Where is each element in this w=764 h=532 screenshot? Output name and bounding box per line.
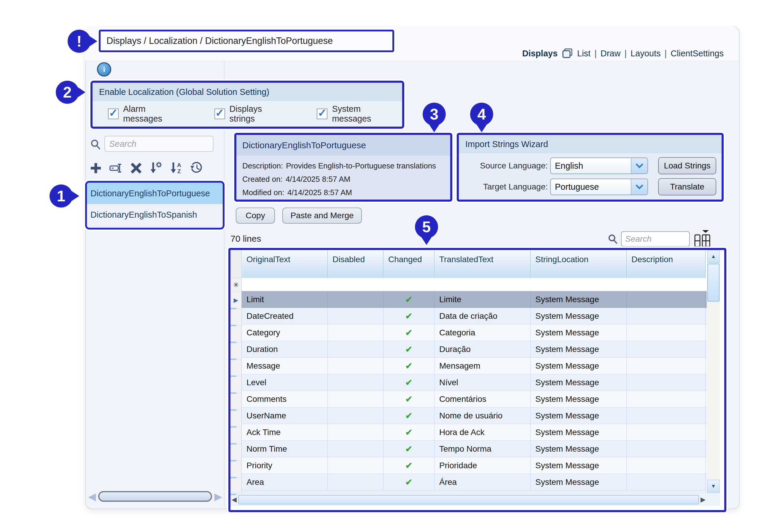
- cell-description[interactable]: [627, 374, 705, 391]
- cell-description[interactable]: [627, 308, 705, 324]
- grid-horizontal-scrollbar[interactable]: ◀ ▶: [231, 493, 707, 506]
- cell-translatedtext[interactable]: Data de criação: [435, 308, 531, 324]
- sidebar-item-dictionaryenglishtospanish[interactable]: DictionaryEnglishToSpanish: [87, 204, 223, 225]
- cell-stringlocation[interactable]: System Message: [531, 324, 627, 341]
- sort-config-icon[interactable]: [149, 161, 163, 175]
- scroll-right-icon[interactable]: ▶: [700, 496, 705, 503]
- nav-link-clientsettings[interactable]: ClientSettings: [670, 49, 724, 59]
- grid-new-row[interactable]: [242, 278, 707, 291]
- table-row[interactable]: Priority✔PrioridadeSystem Message: [242, 457, 707, 474]
- cell-disabled[interactable]: [328, 358, 383, 374]
- row-header[interactable]: [231, 342, 242, 359]
- row-header[interactable]: [231, 444, 242, 461]
- cell-stringlocation[interactable]: System Message: [531, 408, 627, 424]
- cell-disabled[interactable]: [328, 441, 383, 457]
- scroll-left-icon[interactable]: ◀: [232, 496, 237, 503]
- column-header-disabled[interactable]: Disabled: [328, 250, 383, 278]
- target-language-dropdown[interactable]: Portuguese: [550, 179, 648, 195]
- row-header[interactable]: [231, 359, 242, 376]
- load-strings-button[interactable]: Load Strings: [658, 157, 716, 174]
- grid-vertical-scrollbar[interactable]: ▲ ▼: [707, 250, 720, 493]
- info-icon[interactable]: i: [97, 62, 111, 77]
- cell-translatedtext[interactable]: Limite: [435, 291, 531, 307]
- cell-disabled[interactable]: [328, 424, 383, 441]
- cell-translatedtext[interactable]: Hora de Ack: [435, 424, 531, 441]
- scroll-up-icon[interactable]: ▲: [707, 250, 719, 263]
- row-header[interactable]: [231, 326, 242, 342]
- cell-originaltext[interactable]: Duration: [242, 341, 328, 357]
- cell-disabled[interactable]: [328, 374, 383, 391]
- table-row[interactable]: Message✔MensagemSystem Message: [242, 358, 707, 374]
- cell-description[interactable]: [627, 358, 705, 374]
- cell-translatedtext[interactable]: Categoria: [435, 324, 531, 341]
- cell-description[interactable]: [627, 391, 705, 407]
- cell-description[interactable]: [627, 291, 705, 307]
- cell-changed[interactable]: ✔: [383, 391, 435, 407]
- translate-button[interactable]: Translate: [658, 178, 716, 195]
- cell-originaltext[interactable]: DateCreated: [242, 308, 328, 324]
- scrollbar-thumb[interactable]: [707, 264, 719, 301]
- cell-originaltext[interactable]: Comments: [242, 391, 328, 407]
- cell-disabled[interactable]: [328, 308, 383, 324]
- cell-changed[interactable]: ✔: [383, 408, 435, 424]
- cell-originaltext[interactable]: Limit: [242, 291, 328, 307]
- copy-button[interactable]: Copy: [236, 208, 275, 224]
- sort-az-icon[interactable]: A Z: [170, 161, 183, 175]
- nav-link-draw[interactable]: Draw: [601, 49, 621, 59]
- nav-link-list[interactable]: List: [577, 49, 591, 59]
- cell-description[interactable]: [627, 424, 705, 441]
- cell-changed[interactable]: ✔: [383, 374, 435, 391]
- row-header[interactable]: [231, 410, 242, 427]
- cell-changed[interactable]: ✔: [383, 308, 435, 324]
- cell-stringlocation[interactable]: System Message: [531, 391, 627, 407]
- cell-translatedtext[interactable]: Tempo Norma: [435, 441, 531, 457]
- column-header-stringlocation[interactable]: StringLocation: [531, 250, 627, 278]
- cell-description[interactable]: [627, 324, 705, 341]
- cell-originaltext[interactable]: Level: [242, 374, 328, 391]
- cell-stringlocation[interactable]: System Message: [531, 358, 627, 374]
- checkbox-box[interactable]: ✓: [108, 108, 119, 119]
- cell-changed[interactable]: ✔: [383, 324, 435, 341]
- table-row[interactable]: Area✔ÁreaSystem Message: [242, 474, 707, 490]
- table-row[interactable]: Norm Time✔Tempo NormaSystem Message: [242, 441, 707, 457]
- scroll-left-icon[interactable]: ◀: [88, 491, 96, 501]
- cell-disabled[interactable]: [328, 457, 383, 473]
- cell-translatedtext[interactable]: Área: [435, 474, 531, 490]
- cell-stringlocation[interactable]: System Message: [531, 474, 627, 490]
- checkbox-displays-strings[interactable]: ✓Displays strings: [214, 104, 290, 124]
- row-header[interactable]: [231, 393, 242, 410]
- column-header-translatedtext[interactable]: TranslatedText: [435, 250, 531, 278]
- cell-description[interactable]: [627, 441, 705, 457]
- cell-changed[interactable]: ✔: [383, 474, 435, 490]
- nav-section-displays[interactable]: Displays: [522, 49, 558, 59]
- column-header-changed[interactable]: Changed: [383, 250, 435, 278]
- cell-originaltext[interactable]: Category: [242, 324, 328, 341]
- cell-changed[interactable]: ✔: [383, 457, 435, 473]
- column-chooser-icon[interactable]: [693, 229, 711, 249]
- cell-disabled[interactable]: [328, 474, 383, 490]
- table-row[interactable]: Ack Time✔Hora de AckSystem Message: [242, 424, 707, 441]
- table-row[interactable]: Comments✔ComentáriosSystem Message: [242, 391, 707, 408]
- cell-stringlocation[interactable]: System Message: [531, 441, 627, 457]
- nav-link-layouts[interactable]: Layouts: [631, 49, 661, 59]
- cell-translatedtext[interactable]: Comentários: [435, 391, 531, 407]
- cell-description[interactable]: [627, 457, 705, 473]
- row-header[interactable]: ▶: [231, 292, 242, 309]
- cell-changed[interactable]: ✔: [383, 291, 435, 307]
- table-row[interactable]: DateCreated✔Data de criaçãoSystem Messag…: [242, 308, 707, 324]
- cell-stringlocation[interactable]: System Message: [531, 374, 627, 391]
- row-header[interactable]: [231, 309, 242, 326]
- cell-changed[interactable]: ✔: [383, 424, 435, 441]
- table-row[interactable]: Limit✔LimiteSystem Message: [242, 291, 707, 308]
- cell-changed[interactable]: ✔: [383, 358, 435, 374]
- cell-disabled[interactable]: [328, 391, 383, 407]
- row-header[interactable]: [231, 478, 242, 495]
- cell-description[interactable]: [627, 474, 705, 490]
- cell-translatedtext[interactable]: Nível: [435, 374, 531, 391]
- row-header[interactable]: [231, 427, 242, 444]
- cell-originaltext[interactable]: Ack Time: [242, 424, 328, 441]
- cell-description[interactable]: [627, 341, 705, 357]
- column-header-description[interactable]: Description: [627, 250, 705, 278]
- table-row[interactable]: Level✔NívelSystem Message: [242, 374, 707, 391]
- cell-originaltext[interactable]: Priority: [242, 457, 328, 473]
